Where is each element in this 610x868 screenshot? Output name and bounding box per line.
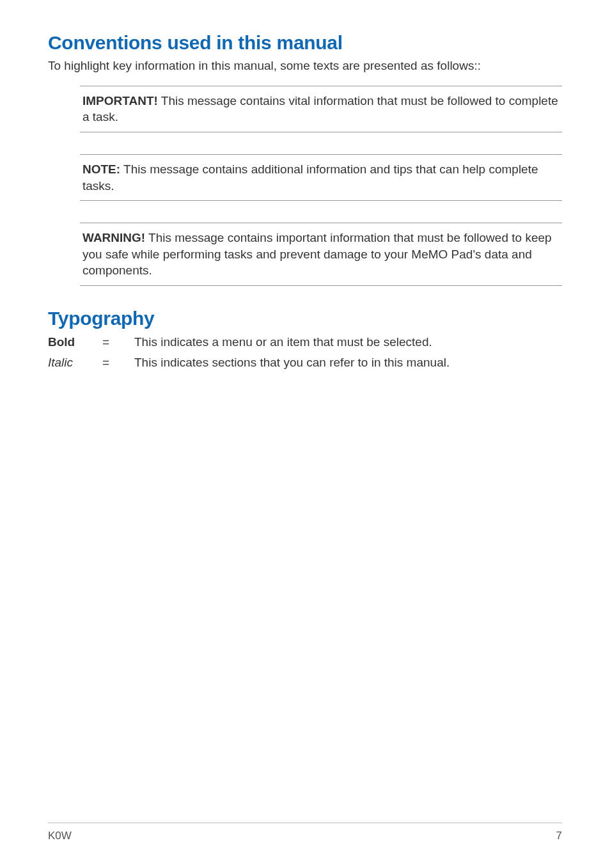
typography-row-bold: Bold = This indicates a menu or an item … bbox=[48, 333, 562, 351]
section-typography: Typography Bold = This indicates a menu … bbox=[48, 308, 562, 371]
heading-conventions: Conventions used in this manual bbox=[48, 32, 562, 54]
typography-bold-label: Bold bbox=[48, 333, 102, 351]
intro-text: To highlight key information in this man… bbox=[48, 58, 562, 74]
typography-row-italic: Italic = This indicates sections that yo… bbox=[48, 354, 562, 372]
note-warning-label: WARNING! bbox=[82, 231, 145, 244]
typography-bold-equals: = bbox=[102, 333, 134, 351]
footer-model: K0W bbox=[48, 830, 72, 842]
page-content: Conventions used in this manual To highl… bbox=[48, 32, 562, 823]
note-important: IMPORTANT! This message contains vital i… bbox=[80, 86, 562, 132]
page-footer: K0W 7 bbox=[48, 823, 562, 842]
note-general-text: This message contains additional informa… bbox=[82, 162, 538, 193]
typography-italic-equals: = bbox=[102, 354, 134, 372]
note-warning-text: This message contains important informat… bbox=[82, 231, 552, 277]
note-warning: WARNING! This message contains important… bbox=[80, 223, 562, 286]
note-important-label: IMPORTANT! bbox=[82, 94, 158, 107]
footer-page-number: 7 bbox=[556, 830, 562, 842]
typography-bold-desc: This indicates a menu or an item that mu… bbox=[134, 333, 562, 351]
typography-table: Bold = This indicates a menu or an item … bbox=[48, 333, 562, 371]
heading-typography: Typography bbox=[48, 308, 562, 329]
typography-italic-desc: This indicates sections that you can ref… bbox=[134, 354, 562, 372]
note-general-label: NOTE: bbox=[82, 162, 120, 176]
note-general: NOTE: This message contains additional i… bbox=[80, 154, 562, 201]
typography-italic-label: Italic bbox=[48, 354, 102, 372]
